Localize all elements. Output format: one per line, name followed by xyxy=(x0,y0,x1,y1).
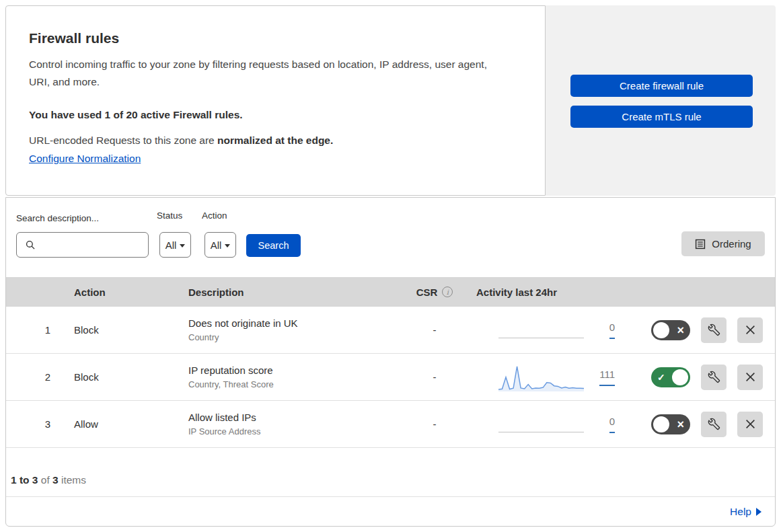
x-icon: × xyxy=(677,324,684,336)
rule-action: Block xyxy=(69,371,183,383)
chevron-down-icon xyxy=(225,244,230,248)
ordering-list-icon xyxy=(695,239,706,250)
search-button[interactable]: Search xyxy=(246,234,301,257)
table-row: 1 Block Does not originate in UK Country… xyxy=(6,307,775,354)
rule-priority: 3 xyxy=(6,418,69,430)
rule-priority: 1 xyxy=(6,324,69,336)
rule-activity-cell: 0 xyxy=(471,316,626,344)
page-description: Control incoming traffic to your zone by… xyxy=(29,56,507,91)
rule-enabled-toggle[interactable]: ✓ × xyxy=(651,320,690,340)
rule-description-cell: IP reputation score Country, Threat Scor… xyxy=(183,365,398,389)
search-box[interactable] xyxy=(16,232,149,258)
rule-action: Allow xyxy=(69,418,183,430)
delete-rule-button[interactable] xyxy=(737,317,763,343)
close-icon xyxy=(745,371,756,383)
info-icon[interactable]: i xyxy=(442,287,453,297)
filter-bar: Search description... Status All Action … xyxy=(6,198,775,277)
status-label: Status xyxy=(157,211,182,221)
column-activity: Activity last 24hr xyxy=(471,287,626,298)
x-icon: × xyxy=(677,418,684,430)
ordering-button[interactable]: Ordering xyxy=(681,231,765,256)
rules-table-body: 1 Block Does not originate in UK Country… xyxy=(6,307,775,448)
close-icon xyxy=(745,324,756,336)
pagination-summary: 1 to 3 of 3 items xyxy=(6,448,775,496)
arrow-right-icon xyxy=(756,508,761,516)
delete-rule-button[interactable] xyxy=(737,412,763,437)
rule-description: Allow listed IPs xyxy=(188,412,398,423)
usage-summary: You have used 1 of 20 active Firewall ru… xyxy=(29,109,518,121)
activity-count-link[interactable]: 111 xyxy=(584,369,615,386)
rule-enabled-toggle[interactable]: ✓ × xyxy=(651,414,690,434)
wrench-icon xyxy=(708,324,720,336)
status-dropdown[interactable]: All xyxy=(159,232,191,258)
rules-list-panel: Search description... Status All Action … xyxy=(5,197,776,527)
chevron-down-icon xyxy=(180,244,185,248)
rule-priority: 2 xyxy=(6,371,69,383)
toggle-knob xyxy=(653,416,669,432)
rule-csr-value: - xyxy=(398,324,471,336)
toggle-knob xyxy=(672,369,688,385)
search-label: Search description... xyxy=(16,213,99,223)
wrench-icon xyxy=(708,418,720,430)
table-row: 3 Allow Allow listed IPs IP Source Addre… xyxy=(6,401,775,448)
action-dropdown[interactable]: All xyxy=(204,232,236,258)
create-mtls-rule-button[interactable]: Create mTLS rule xyxy=(570,106,753,128)
rule-csr-value: - xyxy=(398,418,471,430)
rule-enabled-toggle[interactable]: ✓ × xyxy=(651,367,690,387)
activity-sparkline xyxy=(498,410,584,439)
check-icon: ✓ xyxy=(657,373,665,382)
wrench-icon xyxy=(708,371,720,383)
rule-description: IP reputation score xyxy=(188,365,398,376)
rule-fields: Country, Threat Score xyxy=(188,379,398,389)
edit-rule-button[interactable] xyxy=(701,317,727,343)
create-rule-panel: Create firewall rule Create mTLS rule xyxy=(546,5,776,196)
create-firewall-rule-button[interactable]: Create firewall rule xyxy=(570,75,753,97)
activity-count-link[interactable]: 0 xyxy=(584,321,615,339)
ordering-button-label: Ordering xyxy=(712,238,751,250)
table-row: 2 Block IP reputation score Country, Thr… xyxy=(6,354,775,401)
page-title: Firewall rules xyxy=(29,30,518,46)
close-icon xyxy=(745,418,756,430)
edit-rule-button[interactable] xyxy=(701,365,727,390)
search-input[interactable] xyxy=(41,233,175,257)
edit-rule-button[interactable] xyxy=(701,412,727,437)
rule-description-cell: Does not originate in UK Country xyxy=(183,317,398,342)
action-label: Action xyxy=(202,211,227,221)
help-bar: Help xyxy=(6,496,775,526)
help-link[interactable]: Help xyxy=(730,506,761,518)
delete-rule-button[interactable] xyxy=(737,365,763,390)
search-icon xyxy=(26,240,36,250)
table-header: Action Description CSR i Activity last 2… xyxy=(6,277,775,307)
rule-activity-cell: 0 xyxy=(471,410,626,439)
toggle-knob xyxy=(653,322,669,338)
column-description: Description xyxy=(183,287,398,298)
rule-activity-cell: 111 xyxy=(471,363,626,391)
column-csr: CSR i xyxy=(398,287,471,298)
rule-controls: ✓ × xyxy=(626,365,775,390)
status-dropdown-value: All xyxy=(165,239,177,251)
rule-controls: ✓ × xyxy=(626,412,775,437)
configure-normalization-link[interactable]: Configure Normalization xyxy=(29,153,141,165)
rule-action: Block xyxy=(69,324,183,336)
rule-description: Does not originate in UK xyxy=(188,317,398,329)
rule-csr-value: - xyxy=(398,371,471,383)
activity-sparkline xyxy=(498,363,584,391)
normalization-note: URL-encoded Requests to this zone are no… xyxy=(29,135,518,147)
column-action: Action xyxy=(69,287,183,298)
rule-controls: ✓ × xyxy=(626,317,775,343)
activity-sparkline xyxy=(498,316,584,344)
activity-count-link[interactable]: 0 xyxy=(584,416,615,433)
rule-fields: IP Source Address xyxy=(188,426,398,436)
rule-fields: Country xyxy=(188,332,398,342)
firewall-rules-intro-card: Firewall rules Control incoming traffic … xyxy=(5,5,546,196)
action-dropdown-value: All xyxy=(211,239,222,251)
rule-description-cell: Allow listed IPs IP Source Address xyxy=(183,412,398,436)
